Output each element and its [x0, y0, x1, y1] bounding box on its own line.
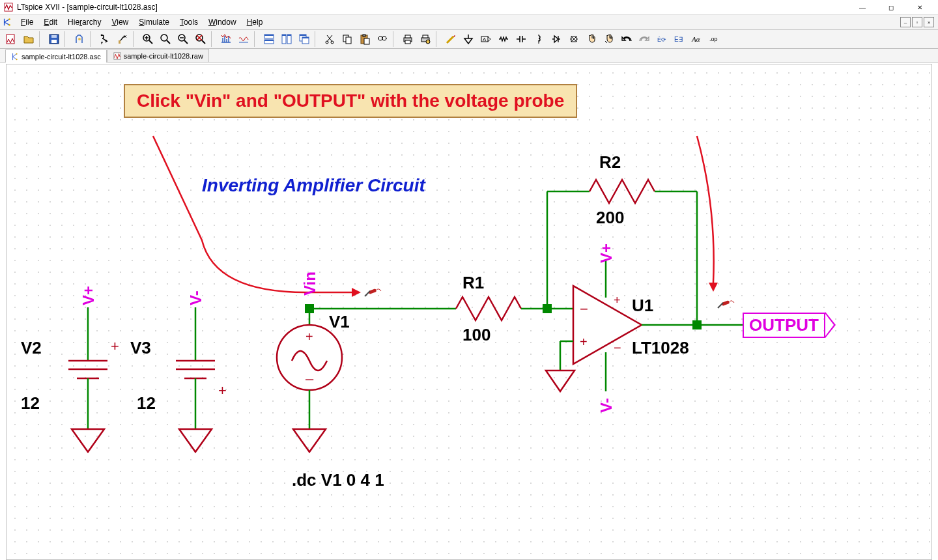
- tb-find[interactable]: [374, 31, 391, 48]
- tb-zoom-pan[interactable]: [157, 31, 174, 48]
- tb-label-net[interactable]: A: [477, 31, 494, 48]
- v3-ref[interactable]: V3: [130, 338, 151, 358]
- window-maximize-button[interactable]: ◻: [877, 0, 905, 14]
- menu-file[interactable]: FFileile: [16, 16, 38, 28]
- tb-copy[interactable]: [339, 31, 356, 48]
- svg-point-48: [16, 59, 18, 60]
- tb-place-text[interactable]: Aα: [689, 31, 705, 48]
- svg-point-40: [426, 40, 430, 44]
- menu-help[interactable]: Help: [242, 16, 268, 28]
- schematic-file-icon: [11, 53, 19, 61]
- tb-redo[interactable]: [636, 31, 653, 48]
- tb-control-panel[interactable]: [71, 31, 88, 48]
- component-u1[interactable]: − + + −: [573, 260, 642, 391]
- component-v3[interactable]: +: [176, 307, 227, 452]
- v2-value[interactable]: 12: [21, 393, 40, 413]
- tb-cascade[interactable]: [296, 31, 313, 48]
- tb-inductor[interactable]: [530, 31, 547, 48]
- menu-bar: FFileile Edit Hierarchy View Simulate To…: [0, 15, 938, 30]
- tab-waveform-label: sample-circuit-lt1028.raw: [124, 52, 203, 60]
- menu-edit[interactable]: Edit: [38, 16, 63, 28]
- tb-zoom-extents[interactable]: [192, 31, 209, 48]
- tb-mirror[interactable]: E∃: [671, 31, 688, 48]
- r1-ref[interactable]: R1: [462, 273, 484, 293]
- tb-zoom-in[interactable]: [139, 31, 156, 48]
- tb-undo[interactable]: [618, 31, 635, 48]
- svg-point-1: [8, 18, 10, 20]
- tb-autorange[interactable]: [218, 31, 234, 48]
- svg-point-11: [161, 35, 167, 41]
- menu-simulate[interactable]: Simulate: [134, 16, 175, 28]
- tb-zoom-out[interactable]: [175, 31, 192, 48]
- tab-waveform[interactable]: sample-circuit-lt1028.raw: [107, 49, 209, 62]
- v1-ref[interactable]: V1: [329, 312, 350, 332]
- tb-paste[interactable]: [356, 31, 373, 48]
- mdi-close-button[interactable]: ×: [924, 17, 934, 27]
- u1-model[interactable]: LT1028: [632, 338, 689, 358]
- net-flag-output[interactable]: OUTPUT: [743, 312, 836, 338]
- tb-component[interactable]: [565, 31, 582, 48]
- tb-resistor[interactable]: [495, 31, 512, 48]
- schematic-title[interactable]: Inverting Amplifier Circuit: [202, 175, 425, 196]
- tb-drag[interactable]: [601, 31, 618, 48]
- probe-icon-output: [717, 299, 735, 309]
- node-vin[interactable]: [305, 304, 314, 313]
- tb-open[interactable]: [20, 31, 37, 48]
- spice-directive[interactable]: .dc V1 0 4 1: [292, 470, 384, 490]
- svg-text:−: −: [580, 301, 588, 317]
- tab-schematic[interactable]: sample-circuit-lt1028.asc: [5, 49, 107, 63]
- svg-rect-20: [282, 35, 286, 36]
- tb-move[interactable]: [583, 31, 600, 48]
- v3-value[interactable]: 12: [137, 393, 156, 413]
- tb-toggle-plot[interactable]: [235, 31, 252, 48]
- svg-rect-24: [300, 35, 306, 36]
- mdi-minimize-button[interactable]: –: [900, 17, 911, 27]
- component-v2[interactable]: +: [68, 307, 119, 452]
- tb-print[interactable]: [399, 31, 416, 48]
- tb-cut[interactable]: [321, 31, 338, 48]
- mdi-restore-button[interactable]: ▫: [912, 17, 922, 27]
- tb-tile-horz[interactable]: [261, 31, 277, 48]
- v2-ref[interactable]: V2: [21, 338, 42, 358]
- tb-rotate[interactable]: Ė⟳: [653, 31, 670, 48]
- menu-view[interactable]: View: [106, 16, 134, 28]
- menu-window[interactable]: Window: [203, 16, 242, 28]
- net-v3-vneg[interactable]: V-: [187, 290, 205, 305]
- arrow-head-output: [709, 283, 718, 292]
- net-u1-vneg[interactable]: V-: [597, 398, 616, 413]
- component-r1[interactable]: [456, 297, 521, 320]
- window-minimize-button[interactable]: —: [848, 0, 877, 14]
- tb-capacitor[interactable]: [513, 31, 530, 48]
- svg-line-85: [365, 291, 370, 296]
- schematic-canvas[interactable]: + + + –: [6, 64, 932, 560]
- net-vin[interactable]: Vin: [301, 272, 319, 296]
- tb-print-setup[interactable]: [417, 31, 434, 48]
- node-fb[interactable]: [543, 304, 552, 313]
- u1-ref[interactable]: U1: [632, 296, 653, 316]
- tb-save[interactable]: [46, 31, 63, 48]
- menu-tools[interactable]: Tools: [175, 16, 203, 28]
- node-out[interactable]: [692, 320, 702, 329]
- probe-icon-vin: [363, 287, 382, 298]
- tb-halt[interactable]: [114, 31, 131, 48]
- tab-schematic-label: sample-circuit-lt1028.asc: [21, 53, 101, 61]
- tb-diode[interactable]: [548, 31, 565, 48]
- tb-run[interactable]: [96, 31, 113, 48]
- r2-ref[interactable]: R2: [599, 152, 621, 173]
- r1-value[interactable]: 100: [462, 325, 490, 345]
- tb-spice-directive[interactable]: .op: [706, 31, 723, 48]
- tb-draw-wire[interactable]: [442, 31, 459, 48]
- arrow-head-vin: [352, 288, 361, 297]
- tb-tile-vert[interactable]: [278, 31, 295, 48]
- tb-ground[interactable]: [460, 31, 477, 48]
- net-v2-vpos[interactable]: V+: [79, 286, 98, 305]
- menu-hierarchy[interactable]: Hierarchy: [63, 16, 106, 28]
- r2-value[interactable]: 200: [596, 208, 624, 228]
- svg-rect-5: [51, 40, 57, 43]
- component-r2[interactable]: [590, 180, 655, 203]
- svg-rect-32: [364, 38, 369, 44]
- menu-app-icon: [3, 18, 12, 27]
- net-u1-vpos[interactable]: V+: [597, 244, 616, 263]
- tb-new-schematic[interactable]: [3, 31, 20, 48]
- window-close-button[interactable]: ✕: [905, 0, 934, 14]
